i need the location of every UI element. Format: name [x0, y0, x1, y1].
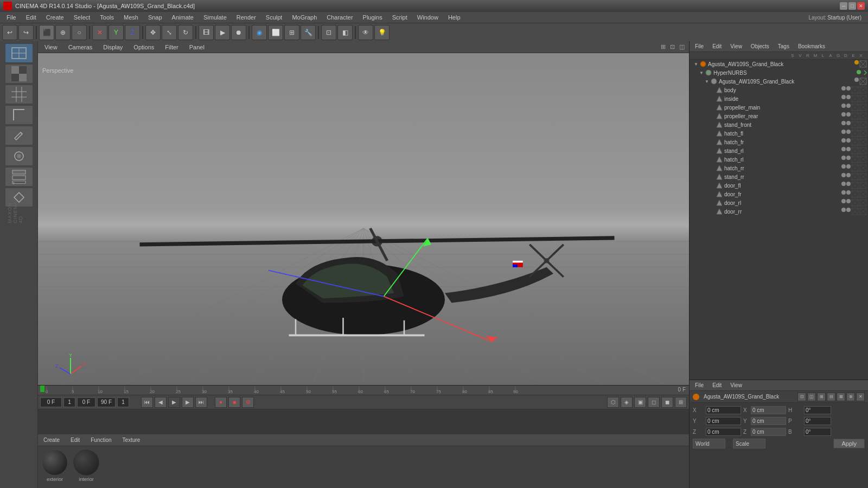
next-frame-button[interactable]: ▶ — [182, 397, 194, 408]
attr-y-size[interactable] — [751, 417, 786, 425]
layer-button[interactable] — [5, 167, 33, 187]
tree-item-hatch_fr[interactable]: hatch_fr — [690, 138, 868, 146]
render-vp-button[interactable]: ◧ — [337, 25, 353, 40]
menu-tools[interactable]: Tools — [95, 13, 118, 22]
fps-field[interactable] — [63, 397, 75, 407]
menu-select[interactable]: Select — [69, 13, 95, 22]
rotate-button[interactable]: ↻ — [178, 25, 193, 40]
tree-item-stand_front[interactable]: stand_front — [690, 120, 868, 129]
paint-button[interactable] — [5, 146, 33, 166]
pencil-button[interactable] — [5, 126, 33, 145]
vp-menu-filter[interactable]: Filter — [161, 43, 182, 51]
tree-item-propeller_rear[interactable]: propeller_rear — [690, 112, 868, 120]
menu-mesh[interactable]: Mesh — [119, 13, 143, 22]
new-object-button[interactable]: ⬛ — [39, 25, 54, 40]
cube-button[interactable]: ⬜ — [268, 25, 283, 40]
film-button[interactable]: 🎞 — [199, 25, 214, 40]
key-btn6[interactable]: ⊞ — [675, 397, 687, 408]
attr-z-pos[interactable] — [706, 428, 741, 436]
key-btn1[interactable]: ⬡ — [607, 397, 619, 408]
tree-item-stand_rl[interactable]: stand_rl — [690, 146, 868, 155]
menu-mograph[interactable]: MoGraph — [288, 13, 321, 22]
menu-file[interactable]: File — [2, 13, 21, 22]
sphere-button[interactable]: ◉ — [252, 25, 267, 40]
undo-button[interactable]: ↩ — [2, 25, 17, 40]
tree-item-door_fl[interactable]: door_fl — [690, 181, 868, 190]
menu-plugins[interactable]: Plugins — [359, 13, 387, 22]
render-region-button[interactable]: ⊡ — [321, 25, 336, 40]
material-interior[interactable]: interior — [73, 450, 100, 482]
attr-btn6[interactable]: ⊗ — [846, 393, 855, 401]
tree-item-body[interactable]: body — [690, 86, 868, 94]
play-button[interactable]: ▶ — [215, 25, 230, 40]
grid-button[interactable]: ⊞ — [284, 25, 299, 40]
coord-space-dropdown[interactable]: Scale Size — [733, 439, 765, 448]
key-btn5[interactable]: ◼ — [661, 397, 673, 408]
display-button[interactable]: 👁 — [358, 25, 373, 40]
record-button[interactable]: ⏺ — [231, 25, 246, 40]
circle-button[interactable]: ○ — [72, 25, 87, 40]
attr-btn4[interactable]: ⊟ — [827, 393, 835, 401]
vp-menu-options[interactable]: Options — [129, 43, 158, 51]
tree-item-root[interactable]: ▼ Agusta_AW109S_Grand_Black — [690, 60, 868, 68]
menu-simulate[interactable]: Simulate — [199, 13, 231, 22]
attr-btn5[interactable]: ⊠ — [837, 393, 845, 401]
attr-x-size[interactable] — [751, 406, 786, 414]
menu-window[interactable]: Window — [413, 13, 443, 22]
attr-b-val[interactable] — [804, 428, 831, 436]
frame-end-field[interactable] — [97, 397, 116, 407]
frame-start-field[interactable] — [77, 397, 95, 407]
scale-button[interactable]: ⤡ — [162, 25, 177, 40]
fps-field2[interactable] — [117, 397, 129, 407]
tree-arrow-2[interactable]: ▼ — [699, 70, 705, 75]
tree-item-inside[interactable]: inside — [690, 94, 868, 103]
mat-function[interactable]: Function — [87, 436, 114, 444]
tree-item-door_rl[interactable]: door_rl — [690, 198, 868, 207]
attr-btn2[interactable]: ◫ — [807, 393, 816, 401]
menu-edit[interactable]: Edit — [22, 13, 41, 22]
tree-item-hatch_fl[interactable]: hatch_fl — [690, 129, 868, 138]
menu-script[interactable]: Script — [388, 13, 412, 22]
light-button[interactable]: 💡 — [374, 25, 390, 40]
tree-item-hatch_rr[interactable]: hatch_rr — [690, 164, 868, 172]
go-end-button[interactable]: ⏭ — [195, 397, 207, 408]
menu-help[interactable]: Help — [444, 13, 465, 22]
attr-p-val[interactable] — [804, 417, 831, 425]
obj-tags[interactable]: Tags — [775, 43, 793, 50]
tree-item-hypernurbs[interactable]: ▼ HyperNURBS — [690, 68, 868, 77]
x-axis-button[interactable]: ✕ — [92, 25, 107, 40]
menu-create[interactable]: Create — [42, 13, 68, 22]
checkerboard-button[interactable] — [5, 64, 33, 84]
vp-corner-btn3[interactable]: ◫ — [679, 43, 685, 50]
menu-snap[interactable]: Snap — [144, 13, 167, 22]
mat-texture[interactable]: Texture — [119, 436, 144, 444]
attr-btn1[interactable]: ⊡ — [797, 393, 806, 401]
key-btn2[interactable]: ◈ — [621, 397, 633, 408]
prev-frame-button[interactable]: ◀ — [155, 397, 167, 408]
attr-btn3[interactable]: ⊞ — [817, 393, 826, 401]
tree-item-hatch_rl[interactable]: hatch_rl — [690, 155, 868, 164]
key-btn4[interactable]: ◻ — [648, 397, 660, 408]
menu-animate[interactable]: Animate — [168, 13, 198, 22]
wrench-button[interactable]: 🔧 — [301, 25, 316, 40]
close-button[interactable]: ✕ — [857, 2, 865, 10]
vp-corner-btn1[interactable]: ⊞ — [661, 43, 666, 50]
attr-edit[interactable]: Edit — [709, 382, 725, 389]
go-start-button[interactable]: ⏮ — [141, 397, 153, 408]
tree-item-propeller_main[interactable]: propeller_main — [690, 103, 868, 112]
record-button[interactable]: ● — [215, 397, 227, 408]
tree-arrow-3[interactable]: ▼ — [705, 79, 710, 84]
obj-objects[interactable]: Objects — [748, 43, 773, 50]
viewport-area[interactable]: View Cameras Display Options Filter Pane… — [38, 41, 689, 385]
vp-corner-btn2[interactable]: ⊡ — [670, 43, 675, 50]
corner-button[interactable] — [5, 105, 33, 125]
play-button[interactable]: ▶ — [168, 397, 180, 408]
coord-system-dropdown[interactable]: World Object — [693, 439, 725, 448]
move-button[interactable]: ✥ — [145, 25, 161, 40]
attr-file[interactable]: File — [692, 382, 707, 389]
obj-view[interactable]: View — [727, 43, 745, 50]
attr-btn7[interactable]: ✕ — [856, 393, 865, 401]
mat-create[interactable]: Create — [40, 436, 63, 444]
redo-button[interactable]: ↪ — [18, 25, 34, 40]
tree-item-stand_rr[interactable]: stand_rr — [690, 172, 868, 181]
